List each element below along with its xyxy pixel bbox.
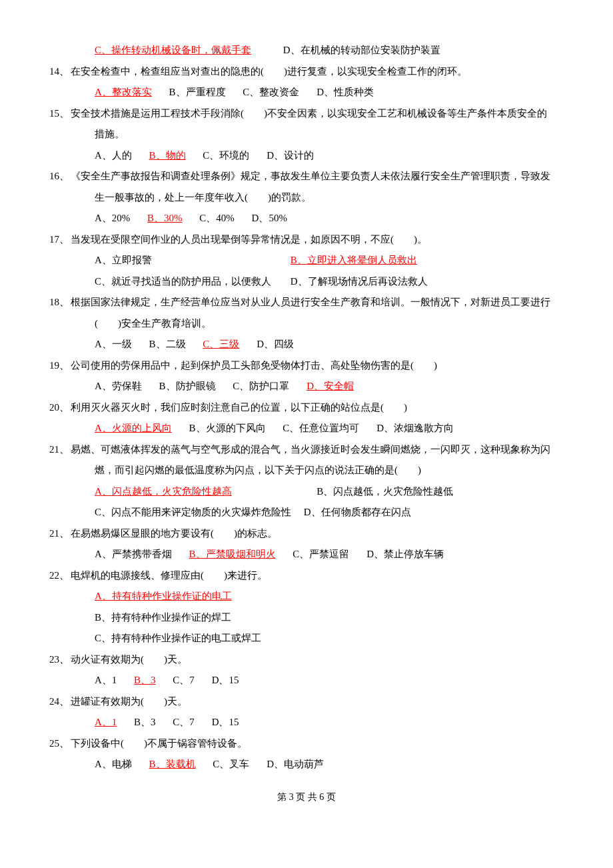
q20-number: 20、 [47, 397, 69, 419]
q14-option-b: B、严重程度 [169, 87, 226, 97]
q15-option-a: A、人的 [95, 150, 132, 161]
q16-text-line2: 生一般事故的，处上一年度年收入( )的罚款。 [71, 192, 311, 203]
q21b-options: A、严禁携带香烟 B、严禁吸烟和明火 C、严禁逗留 D、禁止停放车辆 [47, 544, 566, 565]
q22-option-b-row: B、持有特种作业操作证的焊工 [47, 607, 566, 629]
q22-option-c-row: C、持有特种作业操作证的电工或焊工 [47, 628, 566, 649]
q22-number: 22、 [47, 565, 69, 587]
q16-options: A、20% B、30% C、40% D、50% [47, 208, 566, 229]
q14-number: 14、 [47, 61, 69, 83]
q21a-options-row1: A、闪点越低，火灾危险性越高 B、闪点越低，火灾危险性越低 [47, 481, 566, 503]
q23-text: 动火证有效期为( )天。 [71, 649, 566, 671]
q24-option-a: A、1 [95, 717, 117, 727]
q25-number: 25、 [47, 733, 69, 755]
q21b-option-a: A、严禁携带香烟 [95, 549, 172, 559]
q15-option-c: C、环境的 [203, 150, 249, 161]
q23-number: 23、 [47, 649, 69, 671]
q20-text: 利用灭火器灭火时，我们应时刻注意自己的位置，以下正确的站位点是( ) [71, 397, 566, 419]
q24-number: 24、 [47, 691, 69, 713]
q18-number: 18、 [47, 292, 69, 313]
q16-option-b: B、30% [147, 213, 183, 223]
q23-option-c: C、7 [173, 675, 195, 685]
q17-option-c: C、就近寻找适当的防护用品，以便救人 [95, 271, 288, 293]
q17-option-b: B、立即进入将晕倒人员救出 [291, 255, 417, 265]
q21a-text-line2: 燃，而引起闪燃的最低温度称为闪点，以下关于闪点的说法正确的是( ) [71, 465, 421, 475]
q21a-text-line2-wrap: 燃，而引起闪燃的最低温度称为闪点，以下关于闪点的说法正确的是( ) [47, 460, 566, 481]
q13-options-row2: C、操作转动机械设备时，佩戴手套 D、在机械的转动部位安装防护装置 [47, 40, 566, 61]
question-21a: 21、 易燃、可燃液体挥发的蒸气与空气形成的混合气，当火源接近时会发生瞬间燃烧，… [47, 439, 566, 461]
q24-options: A、1 B、3 C、7 D、15 [47, 712, 566, 733]
q21a-option-b: B、闪点越低，火灾危险性越低 [316, 486, 453, 497]
q19-number: 19、 [47, 355, 69, 377]
q25-option-c: C、叉车 [213, 759, 249, 769]
q18-text-line2: ( )安全生产教育培训。 [71, 318, 211, 329]
q14-text: 在安全检查中，检查组应当对查出的隐患的( )进行复查，以实现安全检查工作的闭环。 [71, 61, 566, 83]
q18-option-d: D、四级 [257, 339, 294, 349]
q25-options: A、电梯 B、装载机 C、叉车 D、电动葫芦 [47, 754, 566, 775]
q21b-option-d: D、禁止停放车辆 [366, 549, 444, 559]
q20-option-a: A、火源的上风向 [95, 423, 172, 433]
q22-text: 电焊机的电源接线、修理应由( )来进行。 [71, 565, 566, 587]
q19-options: A、劳保鞋 B、防护眼镜 C、防护口罩 D、安全帽 [47, 376, 566, 397]
q15-options: A、人的 B、物的 C、环境的 D、设计的 [47, 145, 566, 167]
q17-option-d: D、了解现场情况后再设法救人 [291, 276, 428, 287]
q16-text-line1: 《安全生产事故报告和调查处理条例》规定，事故发生单位主要负责人未依法履行安全生产… [71, 166, 566, 187]
q16-number: 16、 [47, 166, 69, 187]
question-15: 15、 安全技术措施是运用工程技术手段消除( )不安全因素，以实现安全工艺和机械… [47, 103, 566, 125]
q15-text-line1: 安全技术措施是运用工程技术手段消除( )不安全因素，以实现安全工艺和机械设备等生… [71, 103, 566, 125]
q21a-option-d: D、任何物质都存在闪点 [304, 507, 411, 517]
question-24: 24、 进罐证有效期为( )天。 [47, 691, 566, 713]
q18-option-b: B、二级 [149, 339, 186, 349]
q18-text-line1: 根据国家法律规定，生产经营单位应当对从业人员进行安全生产教育和培训。一般情况下，… [71, 292, 566, 313]
q17-options-row2: C、就近寻找适当的防护用品，以便救人 D、了解现场情况后再设法救人 [47, 271, 566, 293]
q24-option-c: C、7 [173, 717, 195, 727]
question-17: 17、 当发现在受限空间作业的人员出现晕倒等异常情况是，如原因不明，不应( )。 [47, 229, 566, 251]
q24-option-b: B、3 [134, 717, 156, 727]
q19-option-d: D、安全帽 [306, 381, 354, 391]
q25-text: 下列设备中( )不属于锅容管特设备。 [71, 733, 566, 755]
question-22: 22、 电焊机的电源接线、修理应由( )来进行。 [47, 565, 566, 587]
question-19: 19、 公司使用的劳保用品中，起到保护员工头部免受物体打击、高处坠物伤害的是( … [47, 355, 566, 377]
q14-option-d: D、性质种类 [316, 87, 374, 97]
q24-option-d: D、15 [212, 717, 239, 727]
q19-option-b: B、防护眼镜 [159, 381, 216, 391]
question-20: 20、 利用灭火器灭火时，我们应时刻注意自己的位置，以下正确的站位点是( ) [47, 397, 566, 419]
q13-option-c: C、操作转动机械设备时，佩戴手套 [95, 45, 251, 55]
q15-option-b: B、物的 [149, 150, 186, 161]
q18-options: A、一级 B、二级 C、三级 D、四级 [47, 334, 566, 355]
q13-option-d: D、在机械的转动部位安装防护装置 [283, 45, 440, 55]
q22-option-b: B、持有特种作业操作证的焊工 [95, 612, 231, 623]
q17-number: 17、 [47, 229, 69, 251]
q14-option-c: C、整改资金 [243, 87, 299, 97]
q23-option-b: B、3 [134, 675, 156, 685]
q21a-text-line1: 易燃、可燃液体挥发的蒸气与空气形成的混合气，当火源接近时会发生瞬间燃烧，一闪即灭… [71, 439, 566, 461]
q17-option-a: A、立即报警 [95, 250, 288, 271]
page-footer: 第 3 页 共 6 页 [47, 787, 566, 807]
q19-option-c: C、防护口罩 [233, 381, 289, 391]
q15-text-line2: 措施。 [71, 129, 125, 139]
question-25: 25、 下列设备中( )不属于锅容管特设备。 [47, 733, 566, 755]
question-16: 16、 《安全生产事故报告和调查处理条例》规定，事故发生单位主要负责人未依法履行… [47, 166, 566, 187]
q25-option-b: B、装载机 [149, 759, 196, 769]
q20-options: A、火源的上风向 B、火源的下风向 C、任意位置均可 D、浓烟逸散方向 [47, 418, 566, 439]
q23-option-d: D、15 [212, 675, 239, 685]
q15-option-d: D、设计的 [267, 150, 314, 161]
q18-text-line2-wrap: ( )安全生产教育培训。 [47, 313, 566, 335]
question-21b: 21、 在易燃易爆区显眼的地方要设有( )的标志。 [47, 523, 566, 545]
q20-option-d: D、浓烟逸散方向 [376, 423, 454, 433]
q22-option-a: A、持有特种作业操作证的电工 [95, 591, 232, 601]
q20-option-c: C、任意位置均可 [283, 423, 359, 433]
q19-option-a: A、劳保鞋 [95, 381, 142, 391]
q21b-option-b: B、严禁吸烟和明火 [189, 549, 276, 559]
q21b-text: 在易燃易爆区显眼的地方要设有( )的标志。 [71, 523, 566, 545]
q17-text: 当发现在受限空间作业的人员出现晕倒等异常情况是，如原因不明，不应( )。 [71, 229, 566, 251]
q23-option-a: A、1 [95, 675, 117, 685]
question-18: 18、 根据国家法律规定，生产经营单位应当对从业人员进行安全生产教育和培训。一般… [47, 292, 566, 313]
q25-option-d: D、电动葫芦 [267, 759, 324, 769]
question-14: 14、 在安全检查中，检查组应当对查出的隐患的( )进行复查，以实现安全检查工作… [47, 61, 566, 83]
q15-text-line2-wrap: 措施。 [47, 124, 566, 145]
q14-option-a: A、整改落实 [95, 87, 152, 97]
q21a-number: 21、 [47, 439, 69, 461]
q16-option-c: C、40% [199, 213, 235, 223]
q20-option-b: B、火源的下风向 [189, 423, 266, 433]
q15-number: 15、 [47, 103, 69, 125]
